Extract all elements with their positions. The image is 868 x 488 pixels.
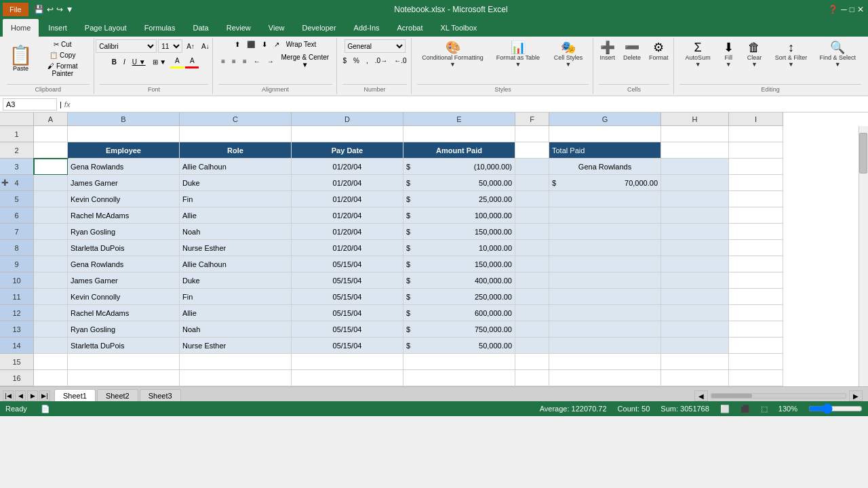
row-header-3[interactable]: 3: [0, 159, 34, 175]
cell-b14[interactable]: Starletta DuPois: [68, 338, 180, 354]
cell-h16[interactable]: [661, 370, 729, 386]
cell-i8[interactable]: [729, 240, 783, 256]
cell-a10[interactable]: [34, 272, 68, 289]
paste-button[interactable]: 📋 Paste: [7, 44, 35, 74]
row-header-1[interactable]: 1: [0, 126, 34, 142]
cell-g11[interactable]: [549, 289, 661, 305]
col-header-b[interactable]: B: [68, 113, 180, 126]
sheet-tab-1[interactable]: Sheet1: [54, 389, 96, 401]
close-button[interactable]: ✕: [856, 4, 865, 15]
align-bottom-button[interactable]: ⬇: [259, 39, 270, 49]
percent-button[interactable]: %: [351, 56, 362, 66]
cell-c9[interactable]: Allie Calhoun: [180, 256, 292, 272]
vertical-scrollbar[interactable]: [859, 126, 868, 386]
cell-c5[interactable]: Fin: [180, 191, 292, 207]
cell-g8[interactable]: [549, 240, 661, 256]
row-header-2[interactable]: 2: [0, 142, 34, 159]
cell-g1[interactable]: [549, 126, 661, 142]
tab-acrobat[interactable]: Acrobat: [389, 19, 431, 37]
redo-button[interactable]: ↪: [55, 4, 64, 15]
cell-g3[interactable]: Gena Rowlands: [549, 159, 661, 175]
cell-h11[interactable]: [661, 289, 729, 305]
tab-review[interactable]: Review: [218, 19, 259, 37]
row-header-11[interactable]: 11: [0, 289, 34, 305]
cell-i2[interactable]: [729, 142, 783, 159]
decrease-font-button[interactable]: A↓: [199, 41, 212, 52]
cell-f1[interactable]: [515, 126, 549, 142]
row-header-8[interactable]: 8: [0, 240, 34, 256]
maximize-button[interactable]: □: [848, 4, 856, 15]
cell-e16[interactable]: [403, 370, 515, 386]
row-header-6[interactable]: 6: [0, 207, 34, 224]
format-as-table-button[interactable]: 📊 Format as Table ▼: [491, 39, 545, 70]
cell-e15[interactable]: [403, 354, 515, 370]
cell-h2[interactable]: [661, 142, 729, 159]
cut-button[interactable]: ✂ Cut: [36, 39, 90, 49]
align-left-button[interactable]: ≡: [218, 56, 228, 66]
delete-cells-button[interactable]: ➖ Delete: [620, 39, 644, 63]
insert-cells-button[interactable]: ➕ Insert: [596, 39, 618, 63]
cell-a9[interactable]: [34, 256, 68, 272]
wrap-text-button[interactable]: Wrap Text: [283, 39, 319, 49]
cell-a13[interactable]: [34, 321, 68, 338]
cell-e13[interactable]: $750,000.00: [403, 321, 515, 338]
cell-f15[interactable]: [515, 354, 549, 370]
sheet-nav-first[interactable]: |◀: [3, 390, 14, 401]
cell-g5[interactable]: [549, 191, 661, 207]
customize-qa-button[interactable]: ▼: [64, 4, 75, 15]
col-header-d[interactable]: D: [292, 113, 403, 126]
increase-indent-button[interactable]: →: [264, 56, 277, 66]
cell-f5[interactable]: [515, 191, 549, 207]
view-layout-icon[interactable]: ⬛: [741, 405, 750, 413]
zoom-slider[interactable]: [808, 403, 863, 414]
cell-f4[interactable]: [515, 175, 549, 191]
cell-d9[interactable]: 05/15/04: [292, 256, 403, 272]
merge-center-button[interactable]: Merge & Center ▼: [278, 52, 332, 70]
cell-i11[interactable]: [729, 289, 783, 305]
cell-b15[interactable]: [68, 354, 180, 370]
cell-g6[interactable]: [549, 207, 661, 224]
decrease-indent-button[interactable]: ←: [251, 56, 263, 66]
cell-b4[interactable]: James Garner: [68, 175, 180, 191]
cell-h13[interactable]: [661, 321, 729, 338]
cell-b6[interactable]: Rachel McAdams: [68, 207, 180, 224]
cell-h12[interactable]: [661, 305, 729, 321]
cell-h14[interactable]: [661, 338, 729, 354]
number-format-select[interactable]: General: [344, 39, 406, 53]
sheet-nav-next[interactable]: ▶: [27, 390, 38, 401]
col-header-c[interactable]: C: [180, 113, 292, 126]
cell-h15[interactable]: [661, 354, 729, 370]
row-header-9[interactable]: 9: [0, 256, 34, 272]
cell-a5[interactable]: [34, 191, 68, 207]
cell-b8[interactable]: Starletta DuPois: [68, 240, 180, 256]
cell-g2[interactable]: Total Paid: [549, 142, 661, 159]
horizontal-scroll-right[interactable]: ▶: [849, 390, 863, 401]
cell-a2[interactable]: [34, 142, 68, 159]
minimize-button[interactable]: ─: [840, 4, 848, 15]
col-header-a[interactable]: A: [34, 113, 68, 126]
cell-b16[interactable]: [68, 370, 180, 386]
cell-a14[interactable]: [34, 338, 68, 354]
cell-g14[interactable]: [549, 338, 661, 354]
cell-d11[interactable]: 05/15/04: [292, 289, 403, 305]
cell-i14[interactable]: [729, 338, 783, 354]
cell-c11[interactable]: Fin: [180, 289, 292, 305]
comma-button[interactable]: ,: [363, 56, 371, 66]
cell-a3[interactable]: [34, 159, 68, 175]
cell-h9[interactable]: [661, 256, 729, 272]
cell-i5[interactable]: [729, 191, 783, 207]
tab-xltoolbox[interactable]: XL Toolbox: [432, 19, 485, 37]
font-color-button[interactable]: A: [187, 56, 197, 66]
underline-button[interactable]: U ▼: [130, 57, 149, 67]
cell-c2[interactable]: Role: [180, 142, 292, 159]
cell-d1[interactable]: [292, 126, 403, 142]
cell-a6[interactable]: [34, 207, 68, 224]
horizontal-scroll-left[interactable]: ◀: [694, 390, 708, 401]
cell-c13[interactable]: Noah: [180, 321, 292, 338]
cell-c4[interactable]: Duke: [180, 175, 292, 191]
align-middle-button[interactable]: ⬛: [244, 39, 258, 49]
cell-i15[interactable]: [729, 354, 783, 370]
tab-addins[interactable]: Add-Ins: [346, 19, 388, 37]
cell-d13[interactable]: 05/15/04: [292, 321, 403, 338]
align-right-button[interactable]: ≡: [240, 56, 250, 66]
